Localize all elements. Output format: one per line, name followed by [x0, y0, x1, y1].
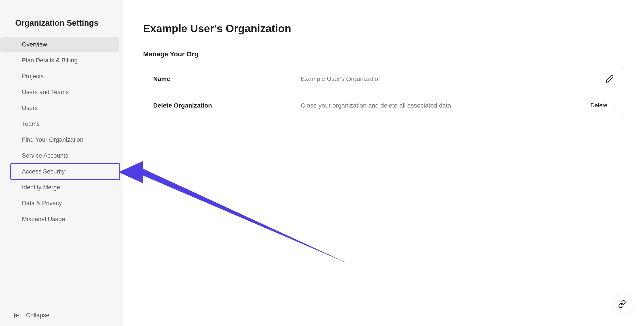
sidebar-item-label: Mixpanel Usage: [22, 216, 65, 222]
sidebar-item-find-your-organization[interactable]: Find Your Organization: [0, 132, 120, 147]
sidebar: Organization Settings Overview Plan Deta…: [0, 0, 123, 326]
sidebar-item-mixpanel-usage[interactable]: Mixpanel Usage: [0, 212, 120, 227]
sidebar-item-users-and-teams[interactable]: Users and Teams: [0, 85, 120, 100]
collapse-label: Collapse: [26, 312, 50, 319]
sidebar-item-service-accounts[interactable]: Service Accounts: [0, 148, 120, 163]
link-icon: [618, 300, 626, 308]
settings-card: Name Example User's Organization Delete …: [143, 67, 624, 120]
sidebar-item-label: Users and Teams: [22, 89, 69, 96]
sidebar-item-label: Users: [22, 105, 38, 111]
sidebar-item-label: Identity Merge: [22, 184, 60, 191]
settings-row-delete: Delete Organization Close your organizat…: [143, 91, 624, 120]
sidebar-item-label: Data & Privacy: [22, 200, 62, 206]
row-value-name: Example User's Organization: [301, 75, 605, 82]
delete-button[interactable]: Delete: [584, 98, 614, 112]
sidebar-item-plan-details-billing[interactable]: Plan Details & Billing: [0, 53, 120, 68]
sidebar-item-users[interactable]: Users: [0, 100, 120, 116]
row-value-delete: Close your organization and delete all a…: [301, 102, 584, 109]
section-title: Manage Your Org: [143, 50, 624, 58]
row-label-name: Name: [153, 75, 301, 82]
page-title: Example User's Organization: [143, 22, 624, 35]
collapse-button[interactable]: Collapse: [0, 305, 123, 326]
pencil-icon: [605, 75, 614, 83]
sidebar-item-label: Overview: [22, 41, 47, 48]
sidebar-item-data-privacy[interactable]: Data & Privacy: [0, 196, 120, 211]
row-action-edit[interactable]: [605, 75, 614, 83]
sidebar-item-label: Plan Details & Billing: [22, 57, 78, 64]
main-content: Example User's Organization Manage Your …: [123, 0, 644, 326]
sidebar-item-overview[interactable]: Overview: [0, 37, 120, 52]
annotation-arrow: [118, 143, 356, 268]
floating-link-button[interactable]: [612, 294, 632, 314]
sidebar-item-label: Access Security: [22, 168, 65, 175]
sidebar-nav: Overview Plan Details & Billing Projects…: [0, 37, 123, 227]
svg-marker-3: [118, 161, 349, 264]
sidebar-item-projects[interactable]: Projects: [0, 69, 120, 84]
sidebar-item-identity-merge[interactable]: Identity Merge: [0, 180, 120, 195]
sidebar-title: Organization Settings: [0, 0, 123, 37]
sidebar-item-label: Projects: [22, 73, 44, 80]
settings-row-name: Name Example User's Organization: [143, 67, 624, 91]
row-label-delete: Delete Organization: [153, 102, 301, 109]
sidebar-item-label: Service Accounts: [22, 152, 68, 159]
sidebar-item-access-security[interactable]: Access Security: [11, 164, 120, 179]
sidebar-item-teams[interactable]: Teams: [0, 116, 120, 132]
sidebar-item-label: Find Your Organization: [22, 136, 84, 143]
collapse-icon: [14, 312, 20, 318]
sidebar-item-label: Teams: [22, 120, 40, 127]
